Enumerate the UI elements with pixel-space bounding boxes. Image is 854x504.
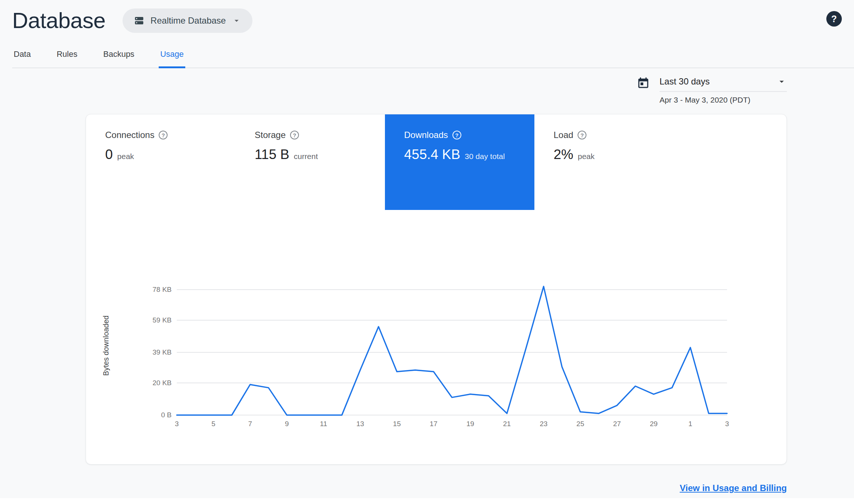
metric-label: Storage [255, 130, 286, 140]
date-range-detail: Apr 3 - May 3, 2020 (PDT) [660, 96, 787, 104]
tab-data[interactable]: Data [12, 49, 32, 68]
svg-text:15: 15 [393, 420, 401, 428]
usage-card: Connections ? 0 peak Storage ? 115 B cur… [86, 114, 787, 465]
date-range-selector[interactable]: Last 30 days Apr 3 - May 3, 2020 (PDT) [637, 76, 787, 104]
svg-text:19: 19 [466, 420, 474, 428]
tab-usage[interactable]: Usage [159, 49, 185, 68]
database-icon [134, 15, 145, 26]
date-range-field: Last 30 days Apr 3 - May 3, 2020 (PDT) [660, 76, 787, 104]
svg-text:78 KB: 78 KB [152, 286, 172, 293]
svg-text:7: 7 [248, 420, 252, 428]
metric-value: 115 B [255, 147, 289, 162]
svg-text:21: 21 [503, 420, 511, 428]
metric-value: 0 [105, 147, 113, 162]
date-range-label: Last 30 days [660, 76, 710, 87]
y-axis-label-wrap: Bytes downloaded [95, 276, 117, 415]
svg-text:3: 3 [725, 420, 729, 428]
tab-rules[interactable]: Rules [55, 49, 79, 68]
y-axis-label: Bytes downloaded [102, 315, 110, 376]
metric-value: 455.4 KB [404, 147, 460, 162]
svg-text:27: 27 [613, 420, 621, 428]
page-title: Database [12, 8, 106, 33]
svg-text:9: 9 [285, 420, 289, 428]
metric-tile-connections[interactable]: Connections ? 0 peak [86, 114, 235, 210]
page-header: Database Realtime Database [0, 0, 854, 33]
database-selector-label: Realtime Database [151, 15, 226, 26]
help-icon[interactable]: ? [159, 131, 168, 139]
svg-text:3: 3 [175, 420, 179, 428]
tab-bar: Data Rules Backups Usage [12, 49, 854, 68]
metric-label: Connections [105, 130, 154, 140]
svg-text:20 KB: 20 KB [152, 379, 172, 387]
svg-text:59 KB: 59 KB [152, 316, 172, 324]
chevron-down-icon [232, 16, 241, 25]
svg-text:0 B: 0 B [161, 411, 172, 419]
svg-text:1: 1 [688, 420, 692, 428]
footer-row: View in Usage and Billing [0, 483, 787, 493]
metric-unit: current [294, 152, 318, 161]
svg-text:39 KB: 39 KB [152, 348, 172, 356]
help-icon[interactable]: ? [452, 131, 461, 139]
metric-tile-storage[interactable]: Storage ? 115 B current [235, 114, 385, 210]
metric-unit: peak [578, 152, 595, 161]
svg-text:5: 5 [211, 420, 216, 428]
downloads-chart-block: Bytes downloaded 0 B20 KB39 KB59 KB78 KB… [86, 276, 786, 435]
metric-value: 2% [554, 147, 573, 162]
metric-tile-downloads[interactable]: Downloads ? 455.4 KB 30 day total [385, 114, 534, 210]
date-range-top: Last 30 days [660, 76, 787, 92]
svg-text:13: 13 [356, 420, 364, 428]
help-icon[interactable]: ? [290, 131, 299, 139]
svg-text:23: 23 [540, 420, 547, 428]
bottom-strip [0, 498, 854, 504]
downloads-chart: 0 B20 KB39 KB59 KB78 KB35791113151719212… [117, 276, 744, 435]
calendar-icon [637, 76, 650, 90]
svg-text:29: 29 [650, 420, 658, 428]
metric-tabs: Connections ? 0 peak Storage ? 115 B cur… [86, 114, 786, 210]
metric-unit: 30 day total [465, 152, 505, 161]
metric-label: Downloads [404, 130, 448, 140]
help-button[interactable]: ? [826, 11, 842, 27]
help-icon[interactable]: ? [578, 131, 586, 139]
metric-unit: peak [117, 152, 134, 161]
date-range-row: Last 30 days Apr 3 - May 3, 2020 (PDT) [0, 76, 787, 104]
svg-text:25: 25 [576, 420, 584, 428]
svg-text:11: 11 [320, 420, 327, 428]
view-usage-billing-link[interactable]: View in Usage and Billing [680, 483, 787, 493]
metric-tile-load[interactable]: Load ? 2% peak [534, 114, 684, 210]
metric-label: Load [554, 130, 573, 140]
database-selector-button[interactable]: Realtime Database [123, 8, 252, 33]
tab-backups[interactable]: Backups [102, 49, 136, 68]
svg-text:17: 17 [430, 420, 437, 428]
chevron-down-icon [776, 76, 787, 87]
